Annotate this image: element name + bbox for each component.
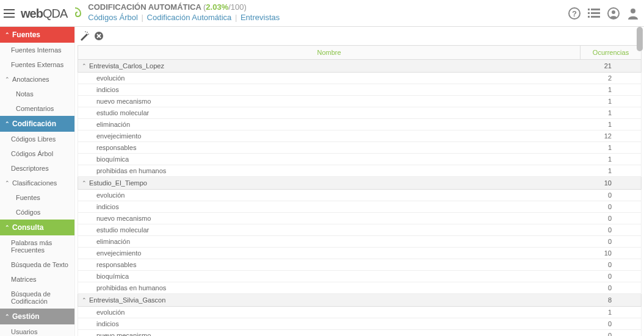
table-row[interactable]: evolución 1 (78, 307, 642, 318)
group-name: Entrevista_Carlos_Lopez (89, 62, 582, 70)
table-row[interactable]: responsables 1 (78, 142, 642, 154)
row-occ: 0 (582, 332, 637, 336)
scrollbar-thumb[interactable] (637, 27, 643, 51)
hamburger-menu-button[interactable] (0, 0, 18, 27)
sidebar-section-gestion[interactable]: ⌃ Gestión (0, 309, 74, 324)
group-name: Entrevista_Silvia_Gascon (89, 296, 582, 304)
sidebar-item-clasif-fuentes[interactable]: Fuentes (0, 190, 74, 205)
table-row[interactable]: eliminación 0 (78, 236, 642, 248)
table-row[interactable]: indicios 0 (78, 201, 642, 213)
sidebar-item-notas[interactable]: Notas (0, 87, 74, 101)
table-row[interactable]: estudio molecular 0 (78, 224, 642, 236)
hamburger-icon (4, 9, 15, 18)
row-occ: 1 (582, 98, 637, 105)
sidebar-item-usuarios[interactable]: Usuarios (0, 324, 74, 336)
table-row[interactable]: prohibidas en humanos 0 (78, 282, 642, 294)
sidebar-section-fuentes[interactable]: ⌃ Fuentes (0, 27, 74, 43)
col-header-name[interactable]: Nombre (78, 46, 580, 59)
table-row[interactable]: evolución 2 (78, 73, 642, 84)
logo-swirl-icon (68, 7, 82, 20)
row-name: eliminación (82, 238, 582, 245)
sidebar-section-consulta[interactable]: ⌃ Consulta (0, 220, 74, 235)
row-occ: 2 (582, 74, 637, 82)
row-name: eliminación (82, 121, 582, 128)
row-name: indicios (82, 203, 582, 210)
breadcrumb-link-2[interactable]: Codificación Automática (147, 13, 232, 22)
table-row[interactable]: evolución 0 (78, 190, 642, 201)
sidebar-sub-clasificaciones[interactable]: ⌃ Clasificaciones (0, 176, 74, 190)
group-name: Estudio_El_Tiempo (89, 179, 582, 187)
sidebar-label: Consulta (12, 223, 43, 232)
table-row[interactable]: envejecimiento 12 (78, 130, 642, 142)
table-row[interactable]: eliminación 1 (78, 119, 642, 130)
sidebar-item-comentarios[interactable]: Comentarios (0, 101, 74, 116)
user-button[interactable] (627, 7, 639, 20)
row-occ: 0 (582, 215, 637, 222)
table-row[interactable]: prohibidas en humanos 1 (78, 165, 642, 177)
sidebar-sub-anotaciones[interactable]: ⌃ Anotaciones (0, 72, 74, 87)
sidebar-item-fuentes-externas[interactable]: Fuentes Externas (0, 57, 74, 72)
table-row[interactable]: nuevo mecanismo 1 (78, 96, 642, 107)
row-occ: 1 (582, 121, 637, 128)
table-row[interactable]: bioquímica 0 (78, 271, 642, 282)
breadcrumb-link-1[interactable]: Códigos Árbol (88, 13, 138, 22)
row-name: evolución (82, 309, 582, 316)
group-occ: 21 (582, 62, 637, 70)
breadcrumb-link-3[interactable]: Entrevistas (241, 13, 280, 22)
sidebar-label: Codificación (12, 120, 56, 128)
notifications-button[interactable] (607, 7, 620, 20)
table-row[interactable]: indicios 0 (78, 318, 642, 330)
group-header[interactable]: ⌃ Entrevista_Silvia_Gascon 8 (78, 294, 642, 307)
title-text: CODIFICACIÓN AUTOMÁTICA (88, 2, 201, 12)
row-name: envejecimiento (82, 249, 582, 257)
row-name: estudio molecular (82, 226, 582, 234)
sidebar-item-codigos-libres[interactable]: Códigos Libres (0, 132, 74, 146)
list-button[interactable] (588, 9, 600, 18)
row-name: evolución (82, 191, 582, 199)
table-row[interactable]: responsables 0 (78, 259, 642, 271)
magic-wand-button[interactable] (79, 30, 90, 41)
sidebar-item-busqueda-texto[interactable]: Búsqueda de Texto (0, 257, 74, 272)
sidebar-item-codigos-arbol[interactable]: Códigos Árbol (0, 146, 74, 161)
table-row[interactable]: nuevo mecanismo 0 (78, 213, 642, 224)
breadcrumb-sep: | (142, 13, 143, 22)
table-row[interactable]: indicios 1 (78, 84, 642, 96)
sidebar-item-busqueda-codif[interactable]: Búsqueda de Codificación (0, 287, 74, 309)
col-header-occ[interactable]: Ocurrencias (580, 46, 641, 59)
main-content: Nombre Ocurrencias ⌃ Entrevista_Carlos_L… (75, 27, 644, 336)
sidebar-item-descriptores[interactable]: Descriptores (0, 161, 74, 176)
table-row[interactable]: envejecimiento 10 (78, 248, 642, 259)
logo-text: webQDA (21, 7, 67, 21)
row-occ: 0 (582, 238, 637, 245)
chevron-up-icon: ⌃ (82, 180, 87, 186)
chevron-up-icon: ⌃ (5, 224, 10, 231)
row-name: prohibidas en humanos (82, 167, 582, 174)
table-row[interactable]: nuevo mecanismo 0 (78, 330, 642, 336)
breadcrumb: Códigos Árbol | Codificación Automática … (88, 13, 565, 22)
wand-icon (79, 31, 89, 41)
row-name: bioquímica (82, 273, 582, 280)
row-name: prohibidas en humanos (82, 284, 582, 291)
svg-text:?: ? (572, 9, 577, 18)
chevron-up-icon: ⌃ (82, 63, 87, 69)
row-name: responsables (82, 261, 582, 268)
group-header[interactable]: ⌃ Entrevista_Carlos_Lopez 21 (78, 60, 642, 73)
sidebar-item-clasif-codigos[interactable]: Códigos (0, 205, 74, 220)
sidebar-section-codificacion[interactable]: ⌃ Codificación (0, 116, 74, 132)
chevron-up-icon: ⌃ (5, 180, 10, 186)
help-button[interactable]: ? (568, 7, 581, 20)
table-row[interactable]: bioquímica 1 (78, 154, 642, 165)
sidebar-item-matrices[interactable]: Matrices (0, 272, 74, 287)
toolbar (75, 27, 644, 45)
row-occ: 0 (582, 261, 637, 268)
sidebar-item-palabras-frecuentes[interactable]: Palabras más Frecuentes (0, 235, 74, 257)
table-row[interactable]: estudio molecular 1 (78, 107, 642, 119)
close-button[interactable] (93, 30, 104, 41)
sidebar-label: Gestión (12, 312, 40, 321)
help-icon: ? (568, 7, 581, 20)
chevron-up-icon: ⌃ (5, 313, 10, 320)
sidebar-item-fuentes-internas[interactable]: Fuentes Internas (0, 43, 74, 57)
app-logo[interactable]: webQDA (18, 0, 84, 27)
row-name: estudio molecular (82, 109, 582, 116)
group-header[interactable]: ⌃ Estudio_El_Tiempo 10 (78, 177, 642, 190)
